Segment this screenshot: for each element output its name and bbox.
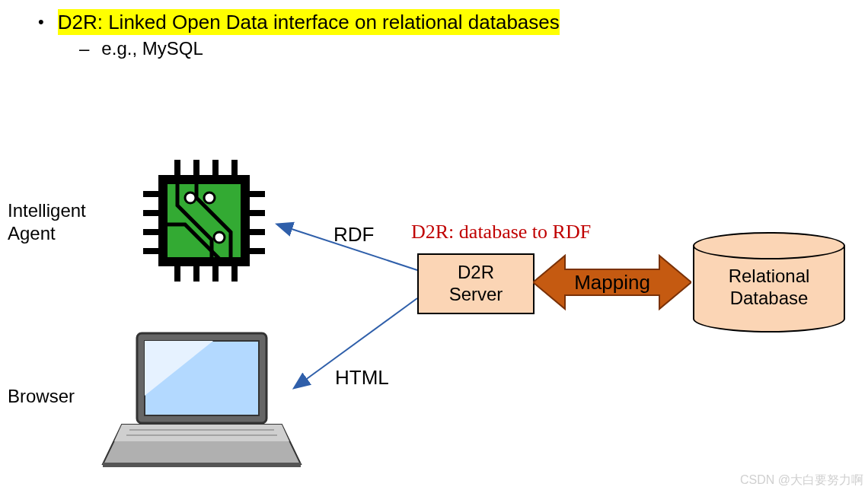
database-label: Relational Database bbox=[693, 266, 845, 310]
database-cylinder-icon: Relational Database bbox=[693, 232, 845, 331]
d2r-annotation: D2R: database to RDF bbox=[411, 221, 591, 243]
html-edge-label: HTML bbox=[335, 365, 389, 390]
watermark-text: CSDN @大白要努力啊 bbox=[740, 473, 863, 488]
mapping-arrow: Mapping bbox=[533, 253, 691, 312]
svg-marker-29 bbox=[533, 256, 691, 309]
double-arrow-icon bbox=[533, 253, 691, 312]
rdf-edge-label: RDF bbox=[333, 222, 374, 247]
d2r-server-box: D2R Server bbox=[417, 253, 535, 314]
